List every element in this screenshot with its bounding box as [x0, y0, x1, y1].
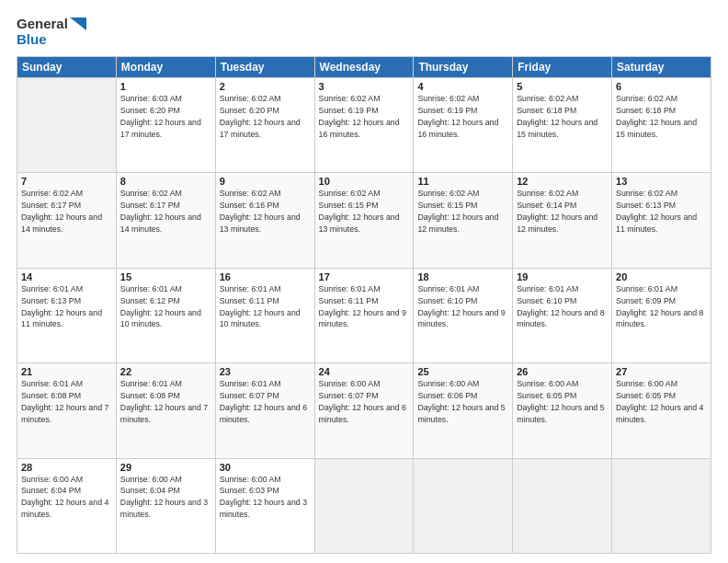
day-info: Sunrise: 6:00 AMSunset: 6:04 PMDaylight:…	[120, 475, 208, 520]
day-info: Sunrise: 6:00 AMSunset: 6:03 PMDaylight:…	[220, 475, 307, 520]
day-info: Sunrise: 6:02 AMSunset: 6:13 PMDaylight:…	[616, 189, 697, 234]
day-number: 19	[517, 271, 608, 282]
calendar-cell: 13Sunrise: 6:02 AMSunset: 6:13 PMDayligh…	[612, 173, 711, 268]
logo-general: General	[17, 17, 68, 32]
svg-marker-0	[70, 17, 86, 30]
calendar-cell: 20Sunrise: 6:01 AMSunset: 6:09 PMDayligh…	[612, 268, 711, 362]
calendar-week-2: 7Sunrise: 6:02 AMSunset: 6:17 PMDaylight…	[17, 173, 711, 268]
day-info: Sunrise: 6:00 AMSunset: 6:07 PMDaylight:…	[319, 379, 406, 424]
calendar-cell: 10Sunrise: 6:02 AMSunset: 6:15 PMDayligh…	[314, 173, 414, 268]
weekday-header-saturday: Saturday	[612, 57, 711, 78]
calendar-cell: 6Sunrise: 6:02 AMSunset: 6:18 PMDaylight…	[612, 78, 711, 173]
day-number: 20	[616, 271, 707, 282]
day-number: 14	[21, 271, 112, 282]
calendar-cell: 11Sunrise: 6:02 AMSunset: 6:15 PMDayligh…	[414, 173, 513, 268]
page-header: General Blue	[17, 17, 711, 47]
day-number: 29	[120, 462, 211, 473]
calendar-week-3: 14Sunrise: 6:01 AMSunset: 6:13 PMDayligh…	[17, 268, 711, 362]
day-info: Sunrise: 6:01 AMSunset: 6:11 PMDaylight:…	[319, 284, 406, 329]
calendar-week-4: 21Sunrise: 6:01 AMSunset: 6:08 PMDayligh…	[17, 363, 711, 458]
day-info: Sunrise: 6:02 AMSunset: 6:18 PMDaylight:…	[616, 94, 697, 139]
day-info: Sunrise: 6:01 AMSunset: 6:09 PMDaylight:…	[616, 284, 703, 329]
day-number: 5	[517, 81, 608, 92]
weekday-header-tuesday: Tuesday	[215, 57, 314, 78]
day-info: Sunrise: 6:00 AMSunset: 6:05 PMDaylight:…	[517, 379, 604, 424]
calendar-cell: 27Sunrise: 6:00 AMSunset: 6:05 PMDayligh…	[612, 363, 711, 458]
calendar-cell: 18Sunrise: 6:01 AMSunset: 6:10 PMDayligh…	[414, 268, 513, 362]
logo-arrow-icon	[70, 17, 86, 30]
day-info: Sunrise: 6:01 AMSunset: 6:10 PMDaylight:…	[417, 284, 505, 329]
day-info: Sunrise: 6:00 AMSunset: 6:05 PMDaylight:…	[616, 379, 703, 424]
calendar-cell: 28Sunrise: 6:00 AMSunset: 6:04 PMDayligh…	[17, 458, 117, 553]
day-number: 30	[220, 462, 311, 473]
calendar-cell: 15Sunrise: 6:01 AMSunset: 6:12 PMDayligh…	[116, 268, 215, 362]
day-info: Sunrise: 6:02 AMSunset: 6:19 PMDaylight:…	[417, 94, 498, 139]
day-number: 25	[417, 366, 508, 377]
day-number: 23	[220, 366, 311, 377]
logo-blue: Blue	[17, 32, 86, 48]
day-info: Sunrise: 6:03 AMSunset: 6:20 PMDaylight:…	[120, 94, 201, 139]
day-number: 13	[616, 176, 707, 187]
calendar-cell	[612, 458, 711, 553]
day-info: Sunrise: 6:01 AMSunset: 6:12 PMDaylight:…	[120, 284, 201, 329]
day-number: 28	[21, 462, 112, 473]
day-info: Sunrise: 6:02 AMSunset: 6:17 PMDaylight:…	[120, 189, 201, 234]
calendar-cell: 26Sunrise: 6:00 AMSunset: 6:05 PMDayligh…	[513, 363, 612, 458]
day-info: Sunrise: 6:01 AMSunset: 6:13 PMDaylight:…	[21, 284, 102, 329]
day-info: Sunrise: 6:01 AMSunset: 6:10 PMDaylight:…	[517, 284, 604, 329]
calendar-cell: 30Sunrise: 6:00 AMSunset: 6:03 PMDayligh…	[215, 458, 314, 553]
calendar-cell: 2Sunrise: 6:02 AMSunset: 6:20 PMDaylight…	[215, 78, 314, 173]
calendar-cell: 29Sunrise: 6:00 AMSunset: 6:04 PMDayligh…	[116, 458, 215, 553]
day-number: 11	[417, 176, 508, 187]
calendar-cell: 7Sunrise: 6:02 AMSunset: 6:17 PMDaylight…	[17, 173, 117, 268]
calendar-cell	[17, 78, 117, 173]
calendar-cell: 16Sunrise: 6:01 AMSunset: 6:11 PMDayligh…	[215, 268, 314, 362]
day-number: 18	[417, 271, 508, 282]
calendar-cell: 24Sunrise: 6:00 AMSunset: 6:07 PMDayligh…	[314, 363, 414, 458]
calendar-cell	[513, 458, 612, 553]
calendar-cell: 5Sunrise: 6:02 AMSunset: 6:18 PMDaylight…	[513, 78, 612, 173]
day-info: Sunrise: 6:01 AMSunset: 6:08 PMDaylight:…	[120, 379, 208, 424]
calendar-cell: 23Sunrise: 6:01 AMSunset: 6:07 PMDayligh…	[215, 363, 314, 458]
calendar-week-1: 1Sunrise: 6:03 AMSunset: 6:20 PMDaylight…	[17, 78, 711, 173]
day-number: 15	[120, 271, 211, 282]
day-number: 16	[220, 271, 311, 282]
day-number: 6	[616, 81, 707, 92]
day-number: 27	[616, 366, 707, 377]
day-number: 26	[517, 366, 608, 377]
calendar-cell: 1Sunrise: 6:03 AMSunset: 6:20 PMDaylight…	[116, 78, 215, 173]
day-number: 3	[319, 81, 410, 92]
day-number: 22	[120, 366, 211, 377]
calendar-cell: 21Sunrise: 6:01 AMSunset: 6:08 PMDayligh…	[17, 363, 117, 458]
day-info: Sunrise: 6:02 AMSunset: 6:18 PMDaylight:…	[517, 94, 597, 139]
weekday-header-wednesday: Wednesday	[314, 57, 414, 78]
calendar-cell: 25Sunrise: 6:00 AMSunset: 6:06 PMDayligh…	[414, 363, 513, 458]
calendar-cell: 4Sunrise: 6:02 AMSunset: 6:19 PMDaylight…	[414, 78, 513, 173]
day-info: Sunrise: 6:00 AMSunset: 6:06 PMDaylight:…	[417, 379, 505, 424]
weekday-header-row: SundayMondayTuesdayWednesdayThursdayFrid…	[17, 57, 711, 78]
day-number: 4	[417, 81, 508, 92]
day-number: 10	[319, 176, 410, 187]
day-number: 2	[220, 81, 311, 92]
day-number: 8	[120, 176, 211, 187]
calendar-week-5: 28Sunrise: 6:00 AMSunset: 6:04 PMDayligh…	[17, 458, 711, 553]
calendar-cell: 22Sunrise: 6:01 AMSunset: 6:08 PMDayligh…	[116, 363, 215, 458]
day-number: 9	[220, 176, 311, 187]
day-info: Sunrise: 6:01 AMSunset: 6:07 PMDaylight:…	[220, 379, 307, 424]
day-info: Sunrise: 6:02 AMSunset: 6:16 PMDaylight:…	[220, 189, 301, 234]
calendar-cell: 17Sunrise: 6:01 AMSunset: 6:11 PMDayligh…	[314, 268, 414, 362]
day-info: Sunrise: 6:01 AMSunset: 6:08 PMDaylight:…	[21, 379, 108, 424]
calendar-cell: 19Sunrise: 6:01 AMSunset: 6:10 PMDayligh…	[513, 268, 612, 362]
day-number: 1	[120, 81, 211, 92]
calendar-cell	[314, 458, 414, 553]
calendar-cell: 9Sunrise: 6:02 AMSunset: 6:16 PMDaylight…	[215, 173, 314, 268]
weekday-header-thursday: Thursday	[414, 57, 513, 78]
day-number: 24	[319, 366, 410, 377]
calendar-table: SundayMondayTuesdayWednesdayThursdayFrid…	[17, 56, 711, 554]
calendar-cell: 8Sunrise: 6:02 AMSunset: 6:17 PMDaylight…	[116, 173, 215, 268]
day-number: 7	[21, 176, 112, 187]
day-info: Sunrise: 6:02 AMSunset: 6:14 PMDaylight:…	[517, 189, 597, 234]
weekday-header-friday: Friday	[513, 57, 612, 78]
day-info: Sunrise: 6:02 AMSunset: 6:19 PMDaylight:…	[319, 94, 400, 139]
calendar-cell: 14Sunrise: 6:01 AMSunset: 6:13 PMDayligh…	[17, 268, 117, 362]
